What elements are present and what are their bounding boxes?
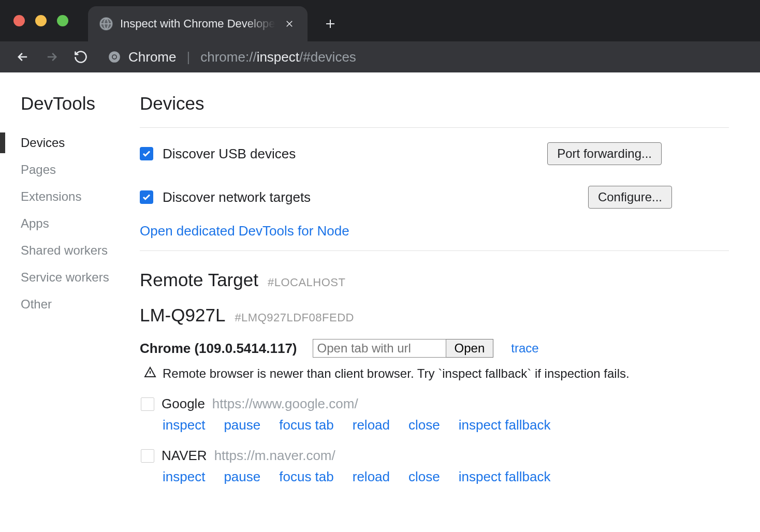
port-forwarding-button[interactable]: Port forwarding... [547, 142, 662, 165]
action-pause[interactable]: pause [224, 469, 260, 485]
discover-usb-label: Discover USB devices [163, 146, 296, 162]
discover-usb-checkbox-wrap[interactable]: Discover USB devices [140, 146, 296, 162]
target-item: NAVER https://m.naver.com/ inspect pause… [140, 448, 729, 485]
discover-network-checkbox[interactable] [140, 190, 153, 204]
warning-text: Remote browser is newer than client brow… [163, 366, 630, 381]
discover-usb-row: Discover USB devices Port forwarding... [140, 142, 729, 165]
action-focus-tab[interactable]: focus tab [279, 417, 334, 433]
target-url: https://www.google.com/ [212, 396, 358, 412]
sidebar-item-service-workers[interactable]: Service workers [21, 264, 140, 291]
tab-strip: Inspect with Chrome Developer [88, 0, 348, 41]
globe-icon [99, 17, 113, 31]
target-actions: inspect pause focus tab reload close ins… [141, 417, 729, 433]
warning-icon [144, 366, 156, 381]
open-tab-group: Open [313, 339, 494, 358]
window-minimize-button[interactable] [35, 15, 47, 26]
titlebar: Inspect with Chrome Developer [0, 0, 760, 41]
traffic-lights [13, 15, 68, 26]
sidebar: DevTools Devices Pages Extensions Apps S… [0, 93, 140, 485]
action-inspect-fallback[interactable]: inspect fallback [459, 417, 551, 433]
action-inspect[interactable]: inspect [163, 417, 205, 433]
browser-tab[interactable]: Inspect with Chrome Developer [88, 6, 308, 41]
sidebar-item-pages[interactable]: Pages [21, 156, 140, 183]
url-divider: | [186, 49, 190, 65]
tab-close-button[interactable] [283, 17, 296, 31]
remote-target-sub: #LOCALHOST [268, 276, 346, 289]
target-header: Google https://www.google.com/ [141, 396, 729, 412]
action-reload[interactable]: reload [353, 417, 390, 433]
action-inspect-fallback[interactable]: inspect fallback [459, 469, 551, 485]
target-title: Google [162, 396, 205, 412]
chrome-version-label: Chrome (109.0.5414.117) [140, 341, 297, 357]
reload-button[interactable] [68, 45, 93, 69]
action-reload[interactable]: reload [353, 469, 390, 485]
remote-target-label: Remote Target [140, 270, 258, 290]
open-tab-input[interactable] [313, 339, 446, 358]
remote-target-heading: Remote Target #LOCALHOST [140, 270, 729, 290]
target-item: Google https://www.google.com/ inspect p… [140, 396, 729, 433]
sidebar-title: DevTools [21, 93, 140, 114]
page-content: DevTools Devices Pages Extensions Apps S… [0, 72, 760, 485]
discover-network-row: Discover network targets Configure... [140, 186, 729, 209]
discover-usb-checkbox[interactable] [140, 147, 153, 160]
address-bar[interactable]: Chrome | chrome://inspect/#devices [108, 49, 356, 65]
open-node-devtools-link[interactable]: Open dedicated DevTools for Node [140, 223, 349, 239]
svg-point-3 [113, 55, 116, 59]
discover-network-checkbox-wrap[interactable]: Discover network targets [140, 189, 311, 205]
action-inspect[interactable]: inspect [163, 469, 205, 485]
divider [140, 127, 729, 128]
url-text: chrome://inspect/#devices [200, 49, 356, 65]
device-id: #LMQ927LDF08FEDD [235, 311, 354, 324]
sidebar-item-other[interactable]: Other [21, 291, 140, 318]
target-actions: inspect pause focus tab reload close ins… [141, 469, 729, 485]
main-panel: Devices Discover USB devices Port forwar… [140, 93, 760, 485]
action-focus-tab[interactable]: focus tab [279, 469, 334, 485]
version-warning: Remote browser is newer than client brow… [140, 366, 729, 381]
divider [140, 250, 729, 251]
back-button[interactable] [10, 45, 35, 69]
sidebar-item-extensions[interactable]: Extensions [21, 183, 140, 210]
tab-title: Inspect with Chrome Developer [120, 17, 275, 31]
target-title: NAVER [162, 448, 207, 464]
window-close-button[interactable] [13, 15, 25, 26]
new-tab-button[interactable] [313, 6, 348, 41]
device-heading: LM-Q927L #LMQ927LDF08FEDD [140, 305, 729, 326]
toolbar: Chrome | chrome://inspect/#devices [0, 41, 760, 72]
action-pause[interactable]: pause [224, 417, 260, 433]
chrome-icon [108, 50, 121, 64]
action-close[interactable]: close [408, 469, 440, 485]
discover-network-label: Discover network targets [163, 189, 311, 205]
chrome-browser-row: Chrome (109.0.5414.117) Open trace [140, 339, 729, 358]
open-tab-button[interactable]: Open [446, 339, 494, 358]
configure-button[interactable]: Configure... [588, 186, 672, 209]
forward-button[interactable] [39, 45, 64, 69]
sidebar-item-apps[interactable]: Apps [21, 210, 140, 237]
url-scheme-label: Chrome [128, 49, 176, 65]
window-maximize-button[interactable] [57, 15, 68, 26]
target-checkbox[interactable] [141, 449, 154, 463]
target-checkbox[interactable] [141, 397, 154, 411]
action-close[interactable]: close [408, 417, 440, 433]
trace-link[interactable]: trace [511, 341, 538, 356]
page-title: Devices [140, 93, 729, 114]
target-header: NAVER https://m.naver.com/ [141, 448, 729, 464]
device-name: LM-Q927L [140, 305, 225, 326]
sidebar-item-devices[interactable]: Devices [21, 129, 140, 156]
target-url: https://m.naver.com/ [214, 448, 335, 464]
browser-chrome: Inspect with Chrome Developer Chrome | [0, 0, 760, 72]
sidebar-item-shared-workers[interactable]: Shared workers [21, 237, 140, 264]
